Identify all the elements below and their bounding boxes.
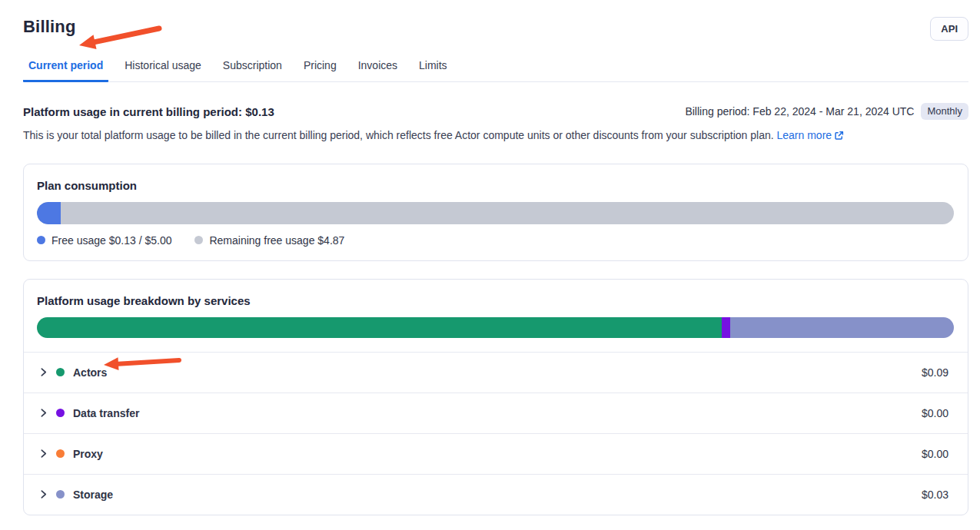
plan-consumption-card: Plan consumption Free usage $0.13 / $5.0… [23, 164, 968, 261]
usage-row-label: Data transfer [73, 407, 139, 419]
billing-period-label: Billing period: Feb 22, 2024 - Mar 21, 2… [685, 105, 914, 118]
storage-dot-icon [56, 490, 65, 499]
usage-row-amount: $0.00 [922, 448, 948, 460]
legend-item-free-usage: Free usage $0.13 / $5.00 [37, 234, 171, 247]
learn-more-link[interactable]: Learn more [776, 129, 844, 141]
remaining-usage-dot-icon [194, 236, 203, 244]
usage-row-data-transfer[interactable]: Data transfer $0.00 [24, 393, 968, 433]
usage-row-label: Storage [73, 489, 113, 501]
legend-free-usage-label: Free usage $0.13 / $5.00 [51, 234, 171, 247]
usage-breakdown-content: Platform usage breakdown by services [24, 280, 968, 338]
tab-historical-usage[interactable]: Historical usage [119, 53, 207, 82]
usage-rows: Actors $0.09 Data transfer $0.00 Proxy $… [24, 352, 968, 515]
tab-limits[interactable]: Limits [414, 53, 453, 82]
chevron-right-icon [38, 489, 48, 499]
external-link-icon [834, 131, 844, 141]
api-button[interactable]: API [930, 17, 968, 41]
usage-description: This is your total platform usage to be … [23, 128, 968, 144]
chevron-right-icon [38, 449, 48, 459]
plan-consumption-title: Plan consumption [37, 179, 954, 192]
billing-period-wrap: Billing period: Feb 22, 2024 - Mar 21, 2… [685, 103, 968, 120]
proxy-dot-icon [56, 449, 65, 458]
billing-page: Billing API Current period Historical us… [0, 0, 980, 515]
plan-consumption-content: Plan consumption Free usage $0.13 / $5.0… [24, 164, 968, 247]
usage-summary-heading: Platform usage in current billing period… [23, 105, 274, 118]
storage-bar-segment [730, 317, 954, 338]
usage-row-amount: $0.09 [922, 366, 948, 379]
page-header: Billing API [23, 0, 968, 41]
usage-row-amount: $0.00 [922, 407, 948, 419]
plan-consumption-bar [37, 202, 954, 224]
learn-more-label: Learn more [776, 129, 832, 141]
chevron-right-icon [38, 367, 48, 377]
billing-cycle-badge: Monthly [921, 103, 968, 120]
usage-row-amount: $0.03 [922, 489, 948, 501]
usage-row-storage[interactable]: Storage $0.03 [24, 474, 968, 515]
billing-tabs: Current period Historical usage Subscrip… [23, 53, 968, 82]
tab-current-period[interactable]: Current period [23, 53, 108, 82]
usage-breakdown-bar [37, 317, 954, 338]
usage-row-label: Actors [73, 366, 107, 379]
actors-bar-segment [37, 317, 722, 338]
data-transfer-dot-icon [56, 409, 65, 417]
free-usage-segment [37, 202, 61, 224]
usage-row-actors[interactable]: Actors $0.09 [24, 352, 968, 393]
tab-pricing[interactable]: Pricing [298, 53, 342, 82]
legend-remaining-usage-label: Remaining free usage $4.87 [209, 234, 344, 247]
legend-item-remaining-usage: Remaining free usage $4.87 [194, 234, 344, 247]
usage-summary-row: Platform usage in current billing period… [23, 103, 968, 120]
free-usage-dot-icon [37, 236, 45, 244]
chevron-right-icon [38, 408, 48, 418]
page-title: Billing [23, 17, 76, 37]
data-transfer-bar-segment [722, 317, 730, 338]
usage-row-proxy[interactable]: Proxy $0.00 [24, 433, 968, 474]
actors-dot-icon [56, 368, 65, 376]
tab-invoices[interactable]: Invoices [353, 53, 403, 82]
usage-breakdown-title: Platform usage breakdown by services [37, 294, 954, 307]
usage-description-text: This is your total platform usage to be … [23, 129, 774, 141]
usage-breakdown-card: Platform usage breakdown by services Act… [23, 279, 968, 515]
tab-subscription[interactable]: Subscription [218, 53, 287, 82]
plan-consumption-legend: Free usage $0.13 / $5.00 Remaining free … [37, 234, 954, 247]
usage-row-label: Proxy [73, 448, 103, 460]
